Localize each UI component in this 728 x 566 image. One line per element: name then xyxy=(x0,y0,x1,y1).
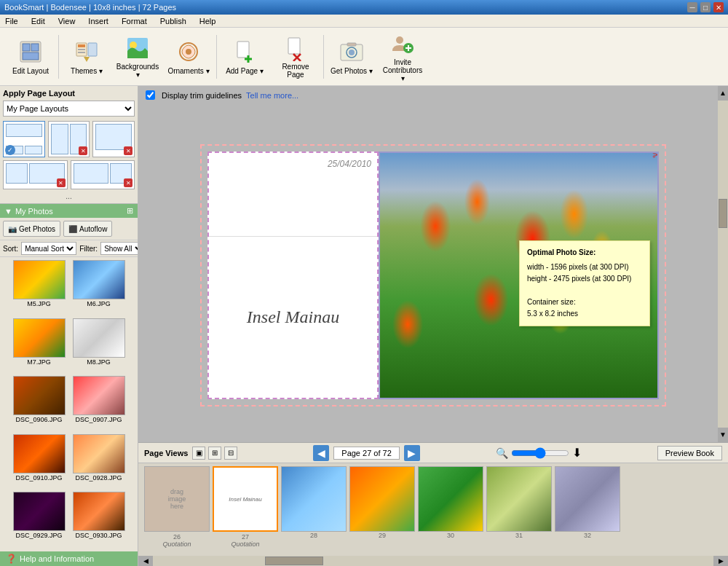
zoom-slider[interactable] xyxy=(511,447,569,459)
themes-button[interactable]: Themes ▾ xyxy=(62,32,111,82)
strip-item-28[interactable]: 28 xyxy=(281,466,347,539)
strip-item-31[interactable]: 31 xyxy=(486,466,552,539)
menu-publish[interactable]: Publish xyxy=(158,16,189,26)
grid-page-icon[interactable]: ⊟ xyxy=(224,447,237,460)
close-button[interactable]: ✕ xyxy=(713,2,724,12)
layout-more-button[interactable]: ... xyxy=(3,192,135,200)
strip-thumb-31 xyxy=(486,466,552,532)
get-photos-icon xyxy=(338,38,365,66)
layout-thumb-2[interactable]: ✕ xyxy=(48,121,90,157)
backgrounds-icon xyxy=(124,35,151,61)
hscroll-left[interactable]: ◀ xyxy=(138,556,153,566)
photo-thumb-dsc930 xyxy=(73,492,125,531)
prev-page-button[interactable]: ◀ xyxy=(313,445,329,461)
photo-thumb-dsc907 xyxy=(73,376,125,415)
tooltip-container-value: 5.3 x 8.2 inches xyxy=(527,308,642,320)
help-bar[interactable]: ❓ Help and Information xyxy=(0,551,138,566)
photo-item-dsc910[interactable]: DSC_0910.JPG xyxy=(10,434,68,491)
remove-page-button[interactable]: Remove Page xyxy=(271,32,320,82)
canvas-area[interactable]: Display trim guidelines Tell me more... … xyxy=(138,86,728,442)
scissors-icon[interactable]: ✂ xyxy=(652,152,659,163)
photo-item-dsc930[interactable]: DSC_0930.JPG xyxy=(70,492,128,549)
get-photos-icon-sm: 📷 xyxy=(8,225,17,233)
left-sidebar: Apply Page Layout My Page Layouts Defaul… xyxy=(0,86,138,566)
ornaments-button[interactable]: Ornaments ▾ xyxy=(164,32,213,82)
photo-item-dsc907[interactable]: DSC_0907.JPG xyxy=(70,376,128,433)
photo-size-tooltip: Optimal Photo Size: width - 1596 pixels … xyxy=(519,240,650,326)
body-area: Apply Page Layout My Page Layouts Defaul… xyxy=(0,86,728,566)
strip-item-27[interactable]: Insel Mainau 27 Quotation xyxy=(213,466,278,548)
add-page-label: Add Page ▾ xyxy=(226,67,264,75)
guideline-checkbox[interactable] xyxy=(146,90,155,100)
autoflow-btn[interactable]: ⬛ Autoflow xyxy=(63,221,112,237)
autoflow-icon: ⬛ xyxy=(68,225,77,233)
menu-help[interactable]: Help xyxy=(197,16,218,26)
menu-edit[interactable]: Edit xyxy=(29,16,47,26)
minimize-button[interactable]: ─ xyxy=(687,2,697,12)
canvas-vscroll[interactable]: ▲ ▼ xyxy=(718,86,728,442)
photo-item-dsc906[interactable]: DSC_0906.JPG xyxy=(10,376,68,433)
photos-filter: Sort: Manual Sort Date Name Filter: Show… xyxy=(0,240,138,257)
preview-book-button[interactable]: Preview Book xyxy=(657,446,722,460)
backgrounds-button[interactable]: Backgrounds ▾ xyxy=(113,32,162,82)
layout-delete-3[interactable]: ✕ xyxy=(124,146,132,155)
right-page[interactable]: ✂ Optimal Photo Size: width - 1596 pixel… xyxy=(379,152,659,399)
page-views-section: Page Views ▣ ⊞ ⊟ xyxy=(144,447,237,460)
photos-expand-icon: ⊞ xyxy=(127,206,133,216)
strip-item-29[interactable]: 29 xyxy=(349,466,415,539)
photos-header[interactable]: ▼ My Photos ⊞ xyxy=(0,204,138,218)
strip-item-32[interactable]: 32 xyxy=(555,466,620,539)
photo-thumb-dsc929 xyxy=(13,492,66,531)
strip-drag-text: drag xyxy=(170,488,183,495)
strip-item-30[interactable]: 30 xyxy=(418,466,483,539)
right-area: Display trim guidelines Tell me more... … xyxy=(138,86,728,566)
strip-thumb-26: drag image here xyxy=(144,466,210,532)
photo-item-m7[interactable]: M7.JPG xyxy=(10,318,68,375)
spread-page-icon[interactable]: ⊞ xyxy=(208,447,221,460)
bottom-hscroll[interactable]: ◀ ▶ xyxy=(138,556,728,566)
menu-insert[interactable]: Insert xyxy=(86,16,111,26)
strip-thumb-28 xyxy=(281,466,347,532)
photo-item-m6[interactable]: M6.JPG xyxy=(70,260,128,317)
strip-label-area-26: 26 xyxy=(173,533,181,541)
vscroll-down[interactable]: ▼ xyxy=(718,428,728,442)
hscroll-right[interactable]: ▶ xyxy=(713,556,728,566)
layout-thumb-5[interactable]: ✕ xyxy=(71,160,135,189)
maximize-button[interactable]: □ xyxy=(700,2,711,12)
layout-thumb-1[interactable]: ✓ xyxy=(3,121,45,157)
next-page-button[interactable]: ▶ xyxy=(404,445,420,461)
layout-thumb-4[interactable]: ✕ xyxy=(3,160,68,189)
sort-select[interactable]: Manual Sort Date Name xyxy=(21,242,76,255)
zoom-download-icon[interactable]: ⬇ xyxy=(572,446,582,460)
svg-point-11 xyxy=(130,42,137,49)
tooltip-container-label: Container size: xyxy=(527,296,642,308)
menu-file[interactable]: File xyxy=(3,16,20,26)
photo-item-dsc928[interactable]: DSC_0928.JPG xyxy=(70,434,128,491)
menu-view[interactable]: View xyxy=(56,16,78,26)
get-photos-btn[interactable]: 📷 Get Photos xyxy=(3,221,60,237)
vscroll-thumb[interactable] xyxy=(719,199,727,228)
help-icon: ❓ xyxy=(6,554,17,564)
layout-delete-4[interactable]: ✕ xyxy=(57,178,66,187)
photo-item-m8[interactable]: M8.JPG xyxy=(70,318,128,375)
tell-me-more-link[interactable]: Tell me more... xyxy=(246,91,298,100)
vscroll-up[interactable]: ▲ xyxy=(718,86,728,101)
layout-delete-2[interactable]: ✕ xyxy=(79,146,87,155)
hscroll-thumb[interactable] xyxy=(265,557,323,565)
zoom-out-icon[interactable]: 🔍 xyxy=(496,447,508,459)
single-page-icon[interactable]: ▣ xyxy=(192,447,205,460)
photo-item-dsc929[interactable]: DSC_0929.JPG xyxy=(10,492,68,549)
invite-button[interactable]: Invite Contributors ▾ xyxy=(378,32,427,82)
layout-dropdown[interactable]: My Page Layouts Default Layouts All Layo… xyxy=(3,101,135,117)
photo-item-m5[interactable]: M5.JPG xyxy=(10,260,68,317)
strip-item-26[interactable]: drag image here 26 Quotation xyxy=(144,466,210,548)
menu-format[interactable]: Format xyxy=(119,16,149,26)
layout-delete-5[interactable]: ✕ xyxy=(124,178,132,187)
svg-rect-6 xyxy=(78,44,85,47)
edit-layout-button[interactable]: Edit Layout xyxy=(6,32,55,82)
get-photos-button[interactable]: Get Photos ▾ xyxy=(327,32,376,82)
get-photos-label: Get Photos ▾ xyxy=(331,67,373,75)
add-page-button[interactable]: Add Page ▾ xyxy=(220,32,269,82)
layout-thumb-3[interactable]: ✕ xyxy=(92,121,135,157)
filter-select[interactable]: Show All Unused Used xyxy=(100,242,138,255)
